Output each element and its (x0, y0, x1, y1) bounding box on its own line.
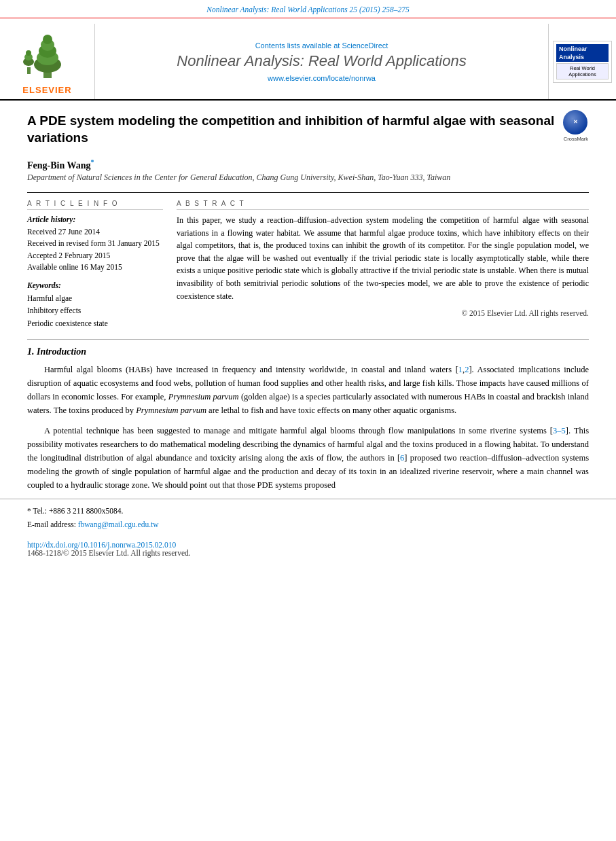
logo-subtitle: Real World Applications (556, 63, 609, 79)
author-name: Feng-Bin Wang* (27, 158, 589, 171)
abstract-text: In this paper, we study a reaction–diffu… (177, 214, 589, 302)
received-revised-date: Received in revised form 31 January 2015 (27, 238, 163, 249)
tel-label: * Tel.: +886 3 211 8800x5084. (27, 507, 123, 515)
keyword-2: Inhibitory effects (27, 304, 163, 317)
issn-line: 1468-1218/© 2015 Elsevier Ltd. All right… (0, 549, 616, 562)
journal-url[interactable]: www.elsevier.com/locate/nonrwa (268, 74, 376, 82)
email-link[interactable]: fbwang@mail.cgu.edu.tw (78, 520, 159, 529)
keyword-3: Periodic coexistence state (27, 317, 163, 329)
introduction-section: 1. Introduction Harmful algal blooms (HA… (0, 346, 616, 492)
journal-logo-box: Nonlinear Analysis Real World Applicatio… (553, 41, 612, 83)
crossmark-circle: ✕ (563, 110, 587, 135)
journal-header: ELSEVIER Contents lists available at Sci… (0, 18, 616, 101)
abstract-label: A B S T R A C T (177, 200, 589, 210)
received-date: Received 27 June 2014 (27, 226, 163, 238)
paper-section: A PDE system modeling the competition an… (0, 101, 616, 329)
elsevier-brand-text: ELSEVIER (22, 85, 71, 95)
journal-logo-right: Nonlinear Analysis Real World Applicatio… (548, 24, 616, 99)
doi-link[interactable]: http://dx.doi.org/10.1016/j.nonrwa.2015.… (27, 541, 176, 549)
ref-1[interactable]: 1 (458, 365, 463, 374)
sciencedirect-link[interactable]: ScienceDirect (342, 41, 388, 50)
ref-2[interactable]: 2 (465, 365, 469, 374)
author-affiliation: Department of Natural Sciences in the Ce… (27, 173, 589, 183)
crossmark-text: ✕ (573, 120, 578, 126)
journal-center-info: Contents lists available at ScienceDirec… (95, 24, 548, 99)
doi-line: http://dx.doi.org/10.1016/j.nonrwa.2015.… (0, 541, 616, 549)
intro-title: 1. Introduction (27, 346, 589, 357)
intro-paragraph-2: A potential technique has been suggested… (27, 424, 589, 492)
abstract-column: A B S T R A C T In this paper, we study … (177, 200, 589, 329)
elsevier-logo-section: ELSEVIER (0, 24, 95, 99)
svg-rect-6 (27, 67, 31, 74)
email-label: E-mail address: (27, 520, 76, 529)
email-line: E-mail address: fbwang@mail.cgu.edu.tw (27, 518, 589, 532)
ref-6[interactable]: 6 (400, 453, 404, 463)
author-footnote-marker: * (91, 158, 94, 166)
logo-title-line1: Nonlinear (556, 44, 609, 54)
article-history-label: Article history: (27, 215, 163, 223)
footer-section: * Tel.: +886 3 211 8800x5084. E-mail add… (0, 499, 616, 535)
contents-prefix: Contents lists available at (255, 41, 342, 50)
journal-ref-link[interactable]: Nonlinear Analysis: Real World Applicati… (206, 5, 409, 14)
section-divider (27, 339, 589, 340)
svg-point-5 (43, 35, 52, 44)
title-row: A PDE system modeling the competition an… (27, 113, 589, 153)
crossmark-badge: ✕ CrossMark (563, 110, 589, 142)
copyright-line: © 2015 Elsevier Ltd. All rights reserved… (177, 309, 589, 317)
crossmark-label: CrossMark (563, 136, 589, 142)
contents-available-line: Contents lists available at ScienceDirec… (255, 41, 388, 50)
journal-reference-bar: Nonlinear Analysis: Real World Applicati… (0, 0, 616, 18)
article-info-column: A R T I C L E I N F O Article history: R… (27, 200, 163, 329)
paper-title: A PDE system modeling the competition an… (27, 113, 556, 146)
article-info-abstract-row: A R T I C L E I N F O Article history: R… (27, 192, 589, 329)
accepted-date: Accepted 2 February 2015 (27, 250, 163, 262)
keywords-label: Keywords: (27, 281, 163, 289)
keyword-1: Harmful algae (27, 292, 163, 304)
journal-title: Nonlinear Analysis: Real World Applicati… (177, 52, 466, 70)
article-info-label: A R T I C L E I N F O (27, 200, 163, 210)
logo-title-line2: Analysis (556, 54, 609, 62)
elsevier-tree-icon (20, 28, 75, 82)
ref-3-5[interactable]: 3–5 (553, 426, 566, 435)
tel-line: * Tel.: +886 3 211 8800x5084. (27, 505, 589, 518)
intro-paragraph-1: Harmful algal blooms (HABs) have increas… (27, 363, 589, 417)
available-online-date: Available online 16 May 2015 (27, 262, 163, 273)
svg-point-9 (26, 50, 31, 56)
